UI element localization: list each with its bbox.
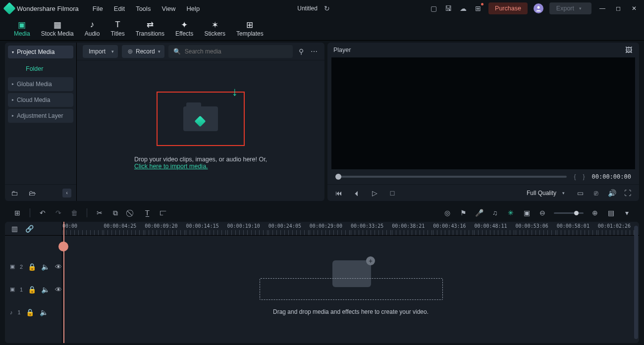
tab-templates[interactable]: ⊞Templates — [236, 20, 264, 40]
folder-label[interactable]: Folder — [5, 61, 76, 76]
user-avatar[interactable] — [534, 3, 543, 13]
stop-icon[interactable]: □ — [388, 189, 397, 197]
more-icon[interactable]: ⋯ — [310, 47, 319, 56]
new-folder-icon[interactable]: 🗀 — [10, 189, 19, 197]
volume-icon[interactable]: 🔊 — [607, 189, 616, 197]
tab-stickers[interactable]: ✶Stickers — [204, 20, 225, 40]
tl-thumbnails-icon[interactable]: ▥ — [10, 224, 19, 233]
fullscreen-icon[interactable]: ⛶ — [623, 189, 632, 197]
timeline-ruler[interactable]: 00:0000:00:04:2500:00:09:2000:00:14:1500… — [62, 222, 639, 236]
track-header-video2[interactable]: ▣2 🔒 🔈 👁 — [10, 262, 62, 271]
camera-icon[interactable]: ⎚ — [591, 189, 600, 197]
window-minimize-icon[interactable]: — — [597, 5, 607, 12]
search-media-box[interactable]: 🔍 — [168, 45, 293, 58]
import-media-link[interactable]: Click here to import media. — [134, 163, 208, 170]
mute-icon[interactable]: 🔈 — [41, 285, 50, 294]
prev-frame-icon[interactable]: ⏮ — [334, 189, 343, 197]
timeline-menu-icon[interactable]: ▾ — [622, 208, 631, 217]
eye-icon[interactable]: 👁 — [54, 285, 62, 294]
mute-icon[interactable]: 🔈 — [40, 308, 49, 317]
timeline-layout-icon[interactable]: ▤ — [606, 208, 615, 217]
export-button[interactable]: Export — [549, 2, 591, 14]
player-controls: ⏮ ⏴ ▷ □ Full Quality ▭ ⎚ 🔊 ⛶ — [327, 184, 639, 201]
tab-transitions[interactable]: ⇄Transitions — [136, 20, 164, 40]
import-dropdown[interactable]: Import — [83, 45, 118, 58]
sidebar-item-cloud-media[interactable]: Cloud Media — [8, 93, 73, 107]
filter-icon[interactable]: ⚲ — [297, 47, 306, 56]
tab-titles[interactable]: TTitles — [110, 20, 124, 40]
text-icon[interactable]: T̲ — [143, 208, 152, 217]
monitor-icon[interactable]: ▢ — [429, 4, 438, 13]
tab-effects[interactable]: ✦Effects — [175, 20, 193, 40]
track-header-video1[interactable]: ▣1 🔒 🔈 👁 — [10, 285, 62, 294]
zoom-in-icon[interactable]: ⊕ — [590, 208, 599, 217]
grid-view-icon[interactable]: ⊞ — [13, 208, 22, 217]
timeline-drop-slot[interactable] — [260, 278, 443, 300]
cloud-icon[interactable]: ☁ — [459, 4, 468, 13]
delete-icon[interactable]: 🗑 — [70, 208, 79, 217]
ai-icon[interactable]: ✳ — [506, 208, 515, 217]
menu-file[interactable]: File — [93, 5, 103, 12]
crop-icon[interactable]: ⧉ — [111, 208, 120, 217]
eye-icon[interactable]: 👁 — [54, 262, 62, 271]
mute-icon[interactable]: 🔈 — [41, 262, 50, 271]
tab-stock-media[interactable]: ▦Stock Media — [41, 20, 74, 40]
track-header-audio1[interactable]: ♪1 🔒 🔈 — [10, 308, 62, 317]
player-scrubber-row: { } 00:00:00:00 — [327, 169, 639, 184]
play-icon[interactable]: ▷ — [370, 189, 379, 197]
folder-open-icon[interactable]: 🗁 — [28, 189, 37, 197]
project-media-header[interactable]: Project Media — [8, 46, 73, 58]
window-close-icon[interactable]: ✕ — [629, 5, 639, 12]
save-icon[interactable]: 🖫 — [444, 4, 453, 13]
tl-link-icon[interactable]: 🔗 — [25, 224, 34, 233]
record-dropdown[interactable]: Record — [122, 45, 164, 58]
search-input[interactable] — [185, 48, 288, 55]
lock-icon[interactable]: 🔒 — [28, 262, 36, 271]
player-scrubber[interactable] — [335, 176, 567, 178]
templates-icon: ⊞ — [246, 20, 253, 29]
menu-edit[interactable]: Edit — [114, 5, 125, 12]
timeline-scrollbar[interactable] — [634, 226, 638, 339]
audio-icon: ♪ — [90, 20, 95, 29]
redo-icon[interactable]: ↷ — [54, 208, 63, 217]
sidebar-item-adjustment-layer[interactable]: Adjustment Layer — [8, 109, 73, 123]
history-icon[interactable]: ↻ — [322, 4, 331, 13]
render-icon[interactable]: ▣ — [522, 208, 531, 217]
mark-out-icon[interactable]: } — [583, 173, 585, 180]
media-dropzone[interactable]: ↓ Drop your video clips, images, or audi… — [77, 60, 324, 201]
folder-icon — [183, 106, 218, 131]
menu-view[interactable]: View — [161, 5, 175, 12]
apps-icon[interactable]: ⊞ — [474, 4, 483, 13]
window-maximize-icon[interactable]: ◻ — [613, 5, 623, 12]
display-icon[interactable]: ▭ — [576, 189, 585, 197]
menu-tools[interactable]: Tools — [136, 5, 151, 12]
voiceover-icon[interactable]: 🎤 — [475, 208, 483, 217]
adjust-icon[interactable]: ⫍ — [159, 208, 167, 217]
lock-icon[interactable]: 🔒 — [28, 285, 36, 294]
block-icon[interactable]: ⃠ — [127, 208, 136, 217]
mixer-icon[interactable]: ♫ — [490, 208, 499, 217]
sidebar-item-global-media[interactable]: Global Media — [8, 77, 73, 91]
timeline-track-headers: ▥ 🔗 ▣2 🔒 🔈 👁 ▣1 🔒 🔈 👁 ♪1 🔒 🔈 — [5, 222, 62, 343]
step-back-icon[interactable]: ⏴ — [352, 189, 361, 197]
timeline-tracks-area[interactable]: 00:0000:00:04:2500:00:09:2000:00:14:1500… — [62, 222, 639, 343]
mark-in-icon[interactable]: { — [574, 173, 576, 180]
titlebar: Wondershare Filmora File Edit Tools View… — [0, 0, 644, 17]
undo-icon[interactable]: ↶ — [38, 208, 47, 217]
snapshot-icon[interactable]: 🖼 — [624, 46, 633, 54]
player-viewport[interactable] — [331, 57, 635, 169]
menu-help[interactable]: Help — [186, 5, 200, 12]
import-folder-graphic[interactable]: ↓ — [157, 92, 245, 146]
tab-media[interactable]: ▣Media — [14, 20, 30, 40]
target-icon[interactable]: ◎ — [443, 208, 452, 217]
marker-icon[interactable]: ⚑ — [459, 208, 468, 217]
tab-audio[interactable]: ♪Audio — [85, 20, 100, 40]
zoom-out-icon[interactable]: ⊖ — [538, 208, 547, 217]
purchase-button[interactable]: Purchase — [488, 2, 528, 14]
cut-icon[interactable]: ✂ — [95, 208, 104, 217]
workspace: Project Media Folder Global Media Cloud … — [0, 41, 644, 203]
quality-dropdown[interactable]: Full Quality — [521, 187, 569, 199]
lock-icon[interactable]: 🔒 — [26, 308, 35, 317]
collapse-sidebar-icon[interactable]: › — [62, 189, 71, 197]
zoom-slider[interactable] — [554, 212, 584, 214]
